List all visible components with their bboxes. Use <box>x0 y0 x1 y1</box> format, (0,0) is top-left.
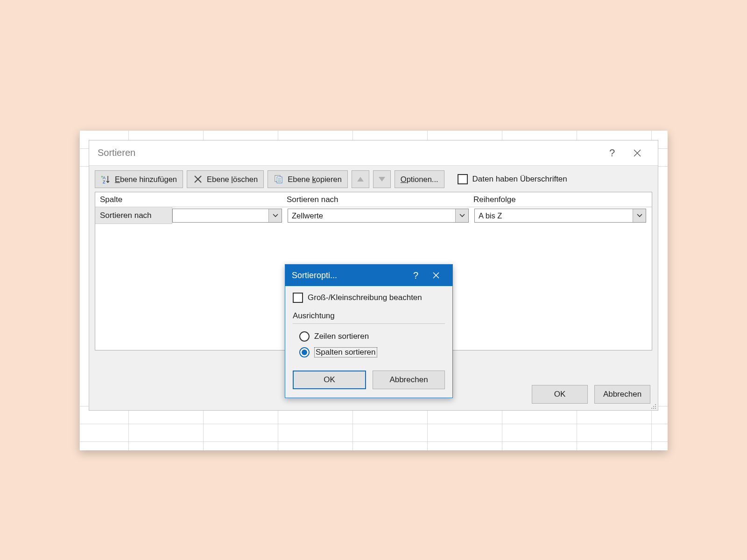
sort-rows-radio[interactable]: Zeilen sortieren <box>293 329 445 344</box>
header-sort-on: Sortieren nach <box>282 195 469 204</box>
orientation-label: Ausrichtung <box>293 311 445 321</box>
ok-button[interactable]: OK <box>293 371 366 389</box>
has-headers-checkbox[interactable]: Daten haben Überschriften <box>458 174 567 184</box>
svg-point-17 <box>655 406 656 407</box>
sort-on-dropdown[interactable]: Zellwerte <box>288 209 469 223</box>
add-level-button[interactable]: + A Z Ebene hinzufügen <box>95 170 183 188</box>
svg-text:?: ? <box>609 148 615 158</box>
checkbox-icon <box>458 174 468 184</box>
column-dropdown[interactable] <box>172 209 282 223</box>
row-label: Sortieren nach <box>95 207 172 224</box>
resize-grip-icon[interactable] <box>650 403 657 409</box>
chevron-down-icon <box>633 209 646 222</box>
case-sensitive-checkbox[interactable]: Groß-/Kleinschreibung beachten <box>293 293 445 303</box>
options-titlebar: Sortieropti... ? <box>285 265 452 286</box>
delete-level-button[interactable]: Ebene löschen <box>187 170 264 188</box>
help-button[interactable]: ? <box>601 144 625 162</box>
sort-dialog-titlebar: Sortieren ? <box>89 140 658 166</box>
options-footer: OK Abbrechen <box>285 362 452 398</box>
cancel-button[interactable]: Abbrechen <box>373 371 445 389</box>
order-dropdown[interactable]: A bis Z <box>474 209 646 223</box>
close-icon[interactable] <box>426 265 446 286</box>
header-column: Spalte <box>95 195 282 204</box>
sort-dialog-footer: OK Abbrechen <box>532 385 650 404</box>
grid-header: Spalte Sortieren nach Reihenfolge <box>95 192 652 207</box>
svg-point-20 <box>655 408 656 409</box>
cancel-button[interactable]: Abbrechen <box>594 385 650 404</box>
svg-text:Z: Z <box>103 180 106 184</box>
svg-text:?: ? <box>413 271 418 280</box>
ok-button[interactable]: OK <box>532 385 588 404</box>
header-order: Reihenfolge <box>469 195 652 204</box>
delete-icon <box>193 174 203 184</box>
chevron-down-icon <box>455 209 468 222</box>
copy-icon <box>274 174 284 184</box>
sort-columns-radio[interactable]: Spalten sortieren <box>293 344 445 360</box>
radio-icon <box>299 347 310 357</box>
add-sort-icon: + A Z <box>101 174 111 184</box>
move-down-button[interactable] <box>373 170 391 188</box>
svg-point-19 <box>653 408 654 409</box>
options-title: Sortieropti... <box>292 271 407 280</box>
move-up-button[interactable] <box>352 170 369 188</box>
svg-point-16 <box>653 406 654 407</box>
sort-level-row: Sortieren nach Zellwerte A bis Z <box>95 207 652 224</box>
svg-marker-13 <box>357 177 364 182</box>
svg-point-15 <box>655 404 656 405</box>
checkbox-icon <box>293 293 303 303</box>
copy-level-button[interactable]: Ebene kopieren <box>268 170 348 188</box>
sort-dialog-title: Sortieren <box>98 147 601 158</box>
chevron-down-icon <box>268 209 282 222</box>
options-button[interactable]: Optionen... <box>395 170 444 188</box>
svg-point-18 <box>651 408 652 409</box>
sort-toolbar: + A Z Ebene hinzufügen Ebene löschen <box>89 166 658 192</box>
sort-options-dialog: Sortieropti... ? Groß-/Kleinschreibung b… <box>285 264 453 398</box>
svg-marker-14 <box>379 177 385 182</box>
radio-icon <box>299 331 310 342</box>
close-icon[interactable] <box>625 144 649 162</box>
help-button[interactable]: ? <box>407 265 426 286</box>
